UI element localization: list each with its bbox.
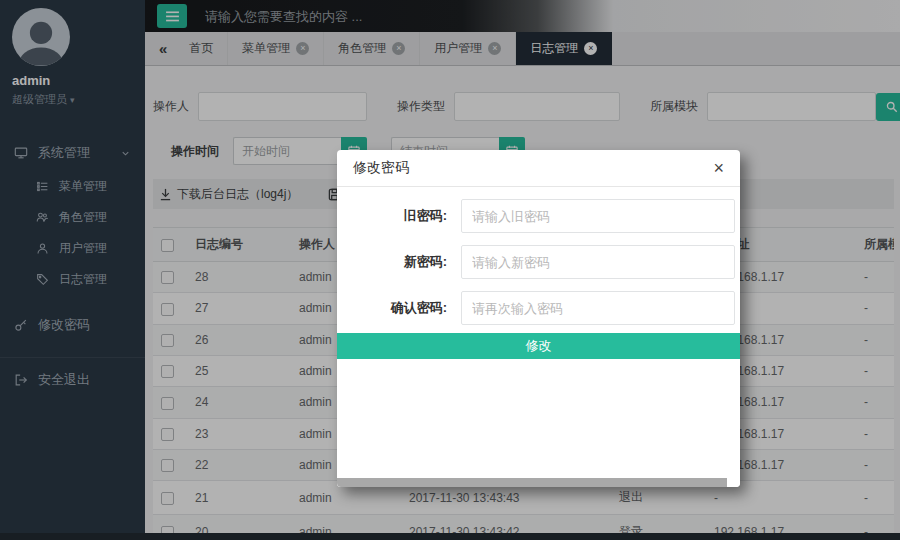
confirm-password-input[interactable] [461, 291, 735, 325]
new-password-label: 新密码: [337, 253, 461, 271]
change-password-modal: 修改密码 × 旧密码: 新密码: 确认密码: 修改 [337, 150, 740, 487]
confirm-password-label: 确认密码: [337, 299, 461, 317]
new-password-input[interactable] [461, 245, 735, 279]
confirm-password-field: 确认密码: [337, 291, 740, 325]
new-password-field: 新密码: [337, 245, 740, 279]
scrollbar-thumb[interactable] [337, 478, 727, 487]
app-root: admin 超级管理员▾ 系统管理 菜单管理 角色管理 用户管理 [0, 0, 900, 540]
old-password-field: 旧密码: [337, 199, 740, 233]
modal-horizontal-scrollbar [337, 478, 740, 487]
modal-header: 修改密码 × [337, 150, 740, 187]
old-password-label: 旧密码: [337, 207, 461, 225]
submit-change-button[interactable]: 修改 [337, 333, 740, 359]
close-icon[interactable]: × [713, 159, 724, 177]
modal-title: 修改密码 [353, 159, 409, 177]
old-password-input[interactable] [461, 199, 735, 233]
